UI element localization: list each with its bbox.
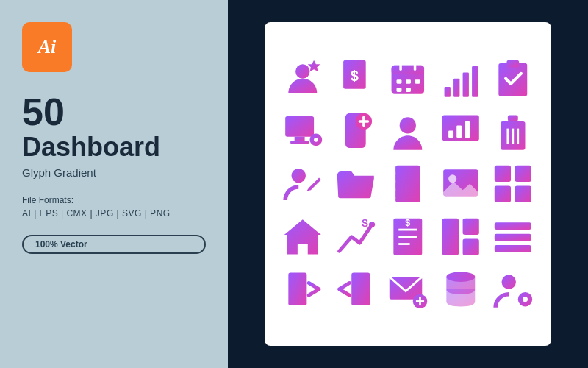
svg-point-40	[292, 169, 306, 183]
right-panel: $ $ $	[228, 0, 588, 368]
svg-rect-48	[495, 166, 511, 182]
svg-rect-63	[462, 238, 478, 255]
svg-point-0	[295, 64, 309, 78]
vector-badge: 100% Vector	[22, 235, 206, 254]
svg-marker-52	[284, 219, 321, 254]
image-gallery-icon	[440, 163, 481, 205]
grid-layout-icon	[440, 216, 481, 258]
invoice-icon: $	[387, 216, 429, 258]
svg-point-76	[502, 275, 516, 289]
svg-point-27	[400, 117, 416, 133]
product-subtitle: Glyph Gradient	[22, 166, 206, 179]
folder-open-icon	[335, 163, 376, 205]
svg-rect-51	[515, 186, 531, 202]
document-dollar-icon: $	[335, 58, 376, 99]
trash-icon	[492, 111, 534, 152]
notebook-icon	[387, 163, 429, 205]
icon-card: $ $ $	[265, 22, 551, 346]
svg-point-53	[368, 222, 374, 227]
house-icon	[282, 216, 323, 258]
svg-rect-18	[285, 116, 314, 137]
svg-rect-17	[507, 60, 520, 68]
svg-rect-9	[415, 79, 420, 84]
user-profile-icon	[387, 111, 429, 152]
ai-badge: Ai	[22, 22, 72, 72]
file-formats-section: File Formats: AI | EPS | CMX | JPG | SVG…	[22, 195, 206, 219]
database-settings-icon	[440, 269, 481, 310]
svg-rect-65	[495, 233, 531, 241]
user-edit-icon	[282, 163, 323, 205]
product-title: Dashboard	[22, 132, 206, 162]
calendar-icon	[387, 58, 429, 99]
svg-rect-19	[295, 136, 305, 141]
monitor-settings-icon	[282, 111, 323, 152]
file-formats-list: AI | EPS | CMX | JPG | SVG | PNG	[22, 208, 206, 219]
logout-arrow-icon	[335, 269, 376, 310]
svg-rect-61	[442, 219, 459, 255]
file-formats-title: File Formats:	[22, 195, 206, 205]
svg-rect-31	[448, 130, 453, 138]
svg-rect-49	[515, 166, 531, 182]
left-panel: Ai 50 Dashboard Glyph Gradient File Form…	[0, 0, 228, 368]
svg-rect-66	[495, 245, 531, 252]
svg-rect-41	[395, 166, 420, 202]
svg-rect-14	[462, 72, 468, 96]
svg-rect-11	[406, 88, 411, 92]
svg-rect-15	[472, 66, 478, 97]
icon-grid: $ $ $	[282, 58, 534, 310]
svg-rect-13	[453, 79, 459, 97]
svg-rect-7	[397, 79, 402, 84]
settings-user-icon	[282, 58, 323, 99]
bar-chart-icon	[440, 58, 481, 99]
svg-rect-12	[444, 87, 450, 97]
svg-rect-36	[508, 115, 518, 121]
svg-rect-32	[456, 125, 462, 138]
svg-rect-64	[495, 222, 531, 230]
svg-rect-50	[495, 186, 511, 202]
svg-rect-20	[290, 141, 309, 144]
svg-rect-62	[462, 219, 478, 235]
ai-label: Ai	[38, 36, 57, 58]
list-lines-icon	[492, 216, 534, 258]
login-arrow-icon	[282, 269, 323, 310]
clipboard-check-icon	[492, 58, 534, 99]
svg-rect-8	[406, 79, 411, 84]
svg-text:$: $	[351, 68, 359, 84]
envelope-settings-icon	[387, 269, 429, 310]
svg-text:$: $	[362, 216, 368, 229]
user-gear-icon	[492, 269, 534, 310]
growth-chart-icon: $	[335, 216, 376, 258]
svg-point-47	[448, 174, 456, 183]
svg-text:$: $	[406, 217, 411, 227]
svg-rect-4	[392, 66, 424, 75]
svg-point-78	[523, 297, 528, 302]
grid-squares-icon	[492, 163, 534, 205]
icon-count: 50	[22, 93, 206, 131]
phone-add-icon	[335, 111, 376, 152]
svg-rect-33	[465, 121, 470, 137]
svg-point-22	[314, 138, 318, 142]
presentation-chart-icon	[440, 111, 481, 152]
svg-rect-10	[397, 88, 402, 92]
